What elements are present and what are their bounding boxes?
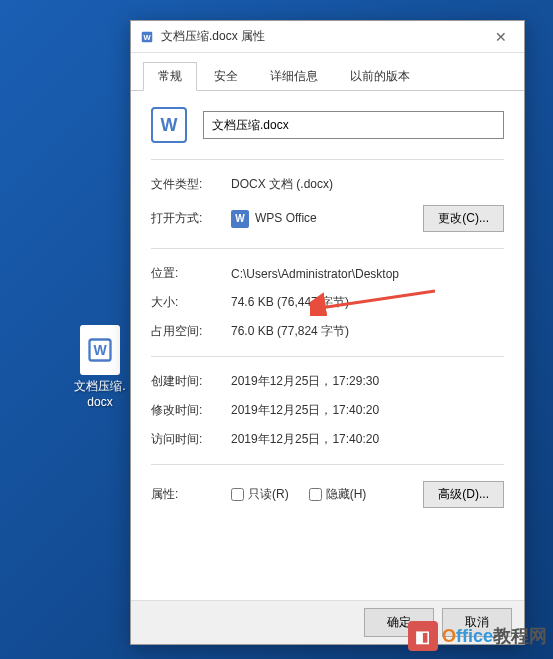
size-value: 74.6 KB (76,447 字节) bbox=[231, 294, 504, 311]
watermark: ◧ Office教程网 bbox=[408, 621, 547, 651]
filetype-value: DOCX 文档 (.docx) bbox=[231, 176, 504, 193]
created-value: 2019年12月25日，17:29:30 bbox=[231, 373, 504, 390]
tab-security[interactable]: 安全 bbox=[199, 62, 253, 91]
openwith-label: 打开方式: bbox=[151, 210, 231, 227]
filename-input[interactable] bbox=[203, 111, 504, 139]
readonly-label: 只读(R) bbox=[248, 486, 289, 503]
created-label: 创建时间: bbox=[151, 373, 231, 390]
dialog-title: 文档压缩.docx 属性 bbox=[161, 28, 486, 45]
tab-content: W 文件类型: DOCX 文档 (.docx) 打开方式: WWPS Offic… bbox=[131, 91, 524, 530]
close-icon[interactable]: ✕ bbox=[486, 29, 516, 45]
tab-previous-versions[interactable]: 以前的版本 bbox=[335, 62, 425, 91]
hidden-label: 隐藏(H) bbox=[326, 486, 367, 503]
docx-file-icon: W bbox=[80, 325, 120, 375]
readonly-input[interactable] bbox=[231, 488, 244, 501]
advanced-button[interactable]: 高级(D)... bbox=[423, 481, 504, 508]
properties-dialog: W 文档压缩.docx 属性 ✕ 常规 安全 详细信息 以前的版本 W 文件类型… bbox=[130, 20, 525, 645]
document-icon: W bbox=[151, 107, 187, 143]
attributes-label: 属性: bbox=[151, 486, 231, 503]
sizedisk-label: 占用空间: bbox=[151, 323, 231, 340]
tab-general[interactable]: 常规 bbox=[143, 62, 197, 91]
watermark-badge-icon: ◧ bbox=[408, 621, 438, 651]
tab-details[interactable]: 详细信息 bbox=[255, 62, 333, 91]
hidden-checkbox[interactable]: 隐藏(H) bbox=[309, 486, 367, 503]
accessed-label: 访问时间: bbox=[151, 431, 231, 448]
location-label: 位置: bbox=[151, 265, 231, 282]
svg-text:W: W bbox=[93, 342, 107, 358]
filetype-label: 文件类型: bbox=[151, 176, 231, 193]
openwith-value: WWPS Office bbox=[231, 210, 423, 228]
tabs: 常规 安全 详细信息 以前的版本 bbox=[131, 53, 524, 91]
modified-value: 2019年12月25日，17:40:20 bbox=[231, 402, 504, 419]
change-button[interactable]: 更改(C)... bbox=[423, 205, 504, 232]
openwith-app-name: WPS Office bbox=[255, 211, 317, 225]
wps-icon: W bbox=[231, 210, 249, 228]
modified-label: 修改时间: bbox=[151, 402, 231, 419]
svg-text:W: W bbox=[143, 32, 151, 41]
watermark-text: Office教程网 bbox=[442, 624, 547, 648]
desktop-file-label: 文档压缩. docx bbox=[65, 379, 135, 410]
sizedisk-value: 76.0 KB (77,824 字节) bbox=[231, 323, 504, 340]
titlebar-doc-icon: W bbox=[139, 29, 155, 45]
size-label: 大小: bbox=[151, 294, 231, 311]
titlebar: W 文档压缩.docx 属性 ✕ bbox=[131, 21, 524, 53]
desktop-file-icon[interactable]: W 文档压缩. docx bbox=[65, 325, 135, 410]
location-value: C:\Users\Administrator\Desktop bbox=[231, 267, 504, 281]
accessed-value: 2019年12月25日，17:40:20 bbox=[231, 431, 504, 448]
readonly-checkbox[interactable]: 只读(R) bbox=[231, 486, 289, 503]
hidden-input[interactable] bbox=[309, 488, 322, 501]
